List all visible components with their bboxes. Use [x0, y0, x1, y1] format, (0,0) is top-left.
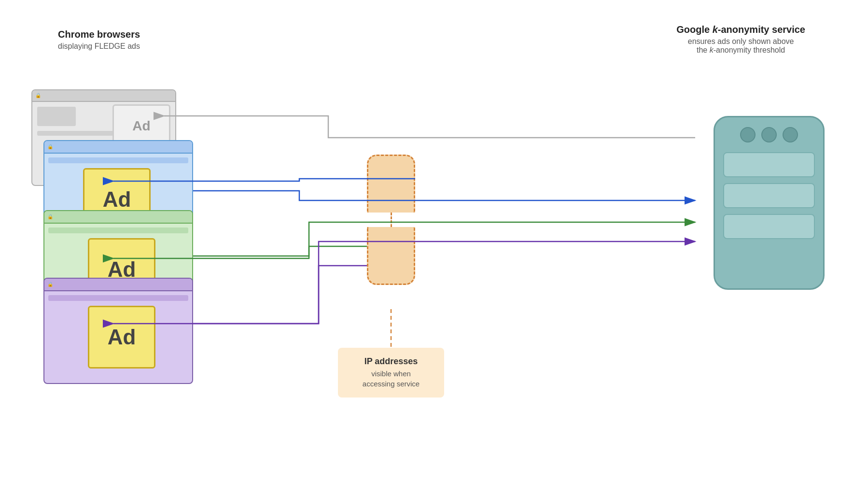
server-dot-3	[783, 127, 798, 142]
chrome-browsers-subtitle: displaying FLEDGE ads	[58, 42, 140, 51]
server-dots	[740, 127, 798, 142]
server	[714, 116, 825, 290]
gray-inner-box-1	[37, 107, 76, 126]
arrow-green-out	[193, 222, 695, 256]
purple-browser-content: Ad	[44, 291, 192, 383]
server-dot-2	[761, 127, 777, 142]
server-slot-3	[723, 214, 815, 239]
proxy-blob	[367, 155, 415, 295]
server-slot-2	[723, 183, 815, 208]
green-browser-titlebar: 🔒	[44, 211, 192, 224]
arrow-gray-return	[164, 116, 695, 138]
purple-browser-titlebar: 🔒	[44, 279, 192, 291]
lock-icon-green: 🔒	[47, 214, 52, 220]
chrome-browsers-title: Chrome browsers	[58, 29, 140, 40]
ip-note: IP addresses visible whenaccessing servi…	[338, 348, 444, 398]
gray-browser-titlebar: 🔒	[32, 90, 175, 102]
lock-icon-purple: 🔒	[47, 282, 52, 287]
ip-note-subtitle: visible whenaccessing service	[348, 369, 434, 389]
proxy-gap	[391, 213, 392, 227]
ip-note-title: IP addresses	[348, 356, 434, 367]
lock-icon: 🔒	[35, 93, 40, 99]
green-nav-bar	[48, 227, 188, 233]
blue-nav-bar	[48, 157, 188, 163]
header-right: Google k-anonymity service ensures ads o…	[676, 24, 805, 55]
ad-box-purple: Ad	[88, 306, 155, 369]
service-subtitle: ensures ads only shown abovethe k-anonym…	[676, 37, 805, 55]
proxy-bottom	[367, 227, 415, 285]
blue-browser-titlebar: 🔒	[44, 141, 192, 154]
purple-nav-bar	[48, 295, 188, 301]
arrow-blue-out	[193, 191, 695, 200]
arrow-purple-out	[193, 242, 695, 324]
proxy-top	[367, 155, 415, 213]
server-slot-1	[723, 152, 815, 177]
server-dot-1	[740, 127, 756, 142]
header-left: Chrome browsers displaying FLEDGE ads	[58, 29, 140, 51]
purple-browser: 🔒 Ad	[43, 278, 193, 384]
service-title: Google k-anonymity service	[676, 24, 805, 35]
lock-icon-blue: 🔒	[47, 144, 52, 150]
